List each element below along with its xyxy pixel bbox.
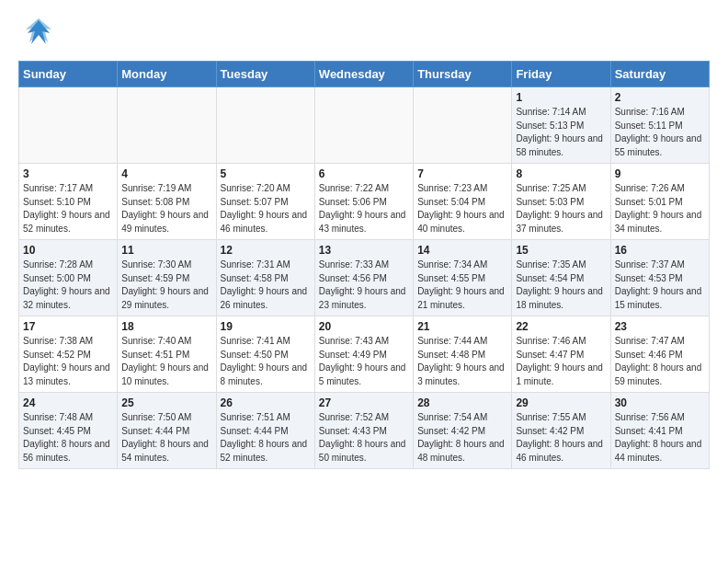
- day-number: 17: [23, 320, 113, 333]
- day-number: 6: [319, 167, 409, 180]
- day-number: 1: [516, 91, 606, 104]
- day-number: 10: [23, 244, 113, 257]
- weekday-wednesday: Wednesday: [314, 62, 413, 87]
- day-number: 20: [319, 320, 409, 333]
- day-info: Sunrise: 7:22 AM Sunset: 5:06 PM Dayligh…: [319, 182, 409, 236]
- weekday-saturday: Saturday: [610, 62, 709, 87]
- day-info: Sunrise: 7:56 AM Sunset: 4:41 PM Dayligh…: [615, 411, 705, 465]
- calendar-cell: 20Sunrise: 7:43 AM Sunset: 4:49 PM Dayli…: [314, 316, 413, 393]
- day-info: Sunrise: 7:38 AM Sunset: 4:52 PM Dayligh…: [23, 335, 113, 388]
- calendar-cell: 24Sunrise: 7:48 AM Sunset: 4:45 PM Dayli…: [19, 393, 118, 469]
- day-number: 9: [615, 167, 705, 180]
- calendar-cell: 16Sunrise: 7:37 AM Sunset: 4:53 PM Dayli…: [610, 240, 709, 316]
- calendar-cell: 14Sunrise: 7:34 AM Sunset: 4:55 PM Dayli…: [414, 240, 512, 316]
- day-info: Sunrise: 7:31 AM Sunset: 4:58 PM Dayligh…: [221, 259, 311, 312]
- calendar-cell: 28Sunrise: 7:54 AM Sunset: 4:42 PM Dayli…: [414, 393, 512, 469]
- day-number: 5: [221, 167, 311, 180]
- calendar-cell: 21Sunrise: 7:44 AM Sunset: 4:48 PM Dayli…: [414, 316, 512, 393]
- day-info: Sunrise: 7:20 AM Sunset: 5:07 PM Dayligh…: [221, 182, 311, 236]
- day-info: Sunrise: 7:51 AM Sunset: 4:44 PM Dayligh…: [221, 411, 311, 465]
- calendar-cell: 11Sunrise: 7:30 AM Sunset: 4:59 PM Dayli…: [118, 240, 216, 316]
- calendar-cell: 17Sunrise: 7:38 AM Sunset: 4:52 PM Dayli…: [19, 316, 118, 393]
- day-info: Sunrise: 7:16 AM Sunset: 5:11 PM Dayligh…: [615, 106, 705, 159]
- calendar-cell: 5Sunrise: 7:20 AM Sunset: 5:07 PM Daylig…: [216, 164, 314, 240]
- day-number: 23: [615, 320, 705, 333]
- day-number: 21: [417, 320, 507, 333]
- day-number: 12: [221, 244, 311, 257]
- calendar-cell: [118, 87, 216, 164]
- calendar-cell: 8Sunrise: 7:25 AM Sunset: 5:03 PM Daylig…: [512, 164, 610, 240]
- calendar-cell: 6Sunrise: 7:22 AM Sunset: 5:06 PM Daylig…: [314, 164, 413, 240]
- calendar-cell: 10Sunrise: 7:28 AM Sunset: 5:00 PM Dayli…: [19, 240, 118, 316]
- week-row-3: 10Sunrise: 7:28 AM Sunset: 5:00 PM Dayli…: [19, 240, 710, 316]
- day-number: 7: [417, 167, 507, 180]
- day-info: Sunrise: 7:33 AM Sunset: 4:56 PM Dayligh…: [319, 259, 409, 312]
- calendar-cell: 12Sunrise: 7:31 AM Sunset: 4:58 PM Dayli…: [216, 240, 314, 316]
- day-info: Sunrise: 7:35 AM Sunset: 4:54 PM Dayligh…: [516, 259, 606, 312]
- weekday-header-row: SundayMondayTuesdayWednesdayThursdayFrid…: [19, 62, 710, 87]
- calendar-cell: 7Sunrise: 7:23 AM Sunset: 5:04 PM Daylig…: [414, 164, 512, 240]
- day-number: 19: [221, 320, 311, 333]
- weekday-sunday: Sunday: [19, 62, 118, 87]
- week-row-2: 3Sunrise: 7:17 AM Sunset: 5:10 PM Daylig…: [19, 164, 710, 240]
- calendar-cell: 2Sunrise: 7:16 AM Sunset: 5:11 PM Daylig…: [610, 87, 709, 164]
- day-info: Sunrise: 7:28 AM Sunset: 5:00 PM Dayligh…: [23, 259, 113, 312]
- day-info: Sunrise: 7:37 AM Sunset: 4:53 PM Dayligh…: [615, 259, 705, 312]
- calendar-container: SundayMondayTuesdayWednesdayThursdayFrid…: [0, 61, 728, 478]
- day-info: Sunrise: 7:14 AM Sunset: 5:13 PM Dayligh…: [516, 106, 606, 159]
- day-info: Sunrise: 7:23 AM Sunset: 5:04 PM Dayligh…: [417, 182, 507, 236]
- day-number: 29: [516, 396, 606, 409]
- day-info: Sunrise: 7:17 AM Sunset: 5:10 PM Dayligh…: [23, 182, 113, 236]
- day-number: 27: [319, 396, 409, 409]
- day-info: Sunrise: 7:54 AM Sunset: 4:42 PM Dayligh…: [417, 411, 507, 465]
- day-info: Sunrise: 7:43 AM Sunset: 4:49 PM Dayligh…: [319, 335, 409, 388]
- day-number: 30: [615, 396, 705, 409]
- calendar-cell: 22Sunrise: 7:46 AM Sunset: 4:47 PM Dayli…: [512, 316, 610, 393]
- week-row-4: 17Sunrise: 7:38 AM Sunset: 4:52 PM Dayli…: [19, 316, 710, 393]
- day-info: Sunrise: 7:47 AM Sunset: 4:46 PM Dayligh…: [615, 335, 705, 388]
- calendar-table: SundayMondayTuesdayWednesdayThursdayFrid…: [18, 61, 710, 469]
- day-number: 11: [121, 244, 211, 257]
- day-info: Sunrise: 7:30 AM Sunset: 4:59 PM Dayligh…: [121, 259, 211, 312]
- day-number: 18: [121, 320, 211, 333]
- calendar-cell: 27Sunrise: 7:52 AM Sunset: 4:43 PM Dayli…: [314, 393, 413, 469]
- day-number: 2: [615, 91, 705, 104]
- calendar-cell: [414, 87, 512, 164]
- calendar-cell: 1Sunrise: 7:14 AM Sunset: 5:13 PM Daylig…: [512, 87, 610, 164]
- day-info: Sunrise: 7:44 AM Sunset: 4:48 PM Dayligh…: [417, 335, 507, 388]
- day-info: Sunrise: 7:26 AM Sunset: 5:01 PM Dayligh…: [615, 182, 705, 236]
- day-info: Sunrise: 7:50 AM Sunset: 4:44 PM Dayligh…: [121, 411, 211, 465]
- day-number: 3: [23, 167, 113, 180]
- weekday-friday: Friday: [512, 62, 610, 87]
- calendar-cell: 30Sunrise: 7:56 AM Sunset: 4:41 PM Dayli…: [610, 393, 709, 469]
- day-info: Sunrise: 7:40 AM Sunset: 4:51 PM Dayligh…: [121, 335, 211, 388]
- weekday-thursday: Thursday: [414, 62, 512, 87]
- day-info: Sunrise: 7:25 AM Sunset: 5:03 PM Dayligh…: [516, 182, 606, 236]
- calendar-cell: 25Sunrise: 7:50 AM Sunset: 4:44 PM Dayli…: [118, 393, 216, 469]
- weekday-monday: Monday: [118, 62, 216, 87]
- week-row-1: 1Sunrise: 7:14 AM Sunset: 5:13 PM Daylig…: [19, 87, 710, 164]
- calendar-cell: 4Sunrise: 7:19 AM Sunset: 5:08 PM Daylig…: [118, 164, 216, 240]
- day-number: 26: [221, 396, 311, 409]
- day-number: 28: [417, 396, 507, 409]
- calendar-cell: [19, 87, 118, 164]
- day-number: 25: [121, 396, 211, 409]
- svg-marker-1: [26, 18, 51, 42]
- weekday-tuesday: Tuesday: [216, 62, 314, 87]
- calendar-cell: 23Sunrise: 7:47 AM Sunset: 4:46 PM Dayli…: [610, 316, 709, 393]
- calendar-cell: 9Sunrise: 7:26 AM Sunset: 5:01 PM Daylig…: [610, 164, 709, 240]
- day-number: 14: [417, 244, 507, 257]
- calendar-cell: 19Sunrise: 7:41 AM Sunset: 4:50 PM Dayli…: [216, 316, 314, 393]
- page-header: [0, 0, 728, 61]
- calendar-cell: [216, 87, 314, 164]
- day-number: 8: [516, 167, 606, 180]
- calendar-cell: 15Sunrise: 7:35 AM Sunset: 4:54 PM Dayli…: [512, 240, 610, 316]
- logo-icon: [22, 17, 55, 53]
- day-number: 13: [319, 244, 409, 257]
- calendar-cell: 3Sunrise: 7:17 AM Sunset: 5:10 PM Daylig…: [19, 164, 118, 240]
- day-number: 16: [615, 244, 705, 257]
- day-info: Sunrise: 7:48 AM Sunset: 4:45 PM Dayligh…: [23, 411, 113, 465]
- day-info: Sunrise: 7:55 AM Sunset: 4:42 PM Dayligh…: [516, 411, 606, 465]
- day-info: Sunrise: 7:41 AM Sunset: 4:50 PM Dayligh…: [221, 335, 311, 388]
- calendar-cell: 18Sunrise: 7:40 AM Sunset: 4:51 PM Dayli…: [118, 316, 216, 393]
